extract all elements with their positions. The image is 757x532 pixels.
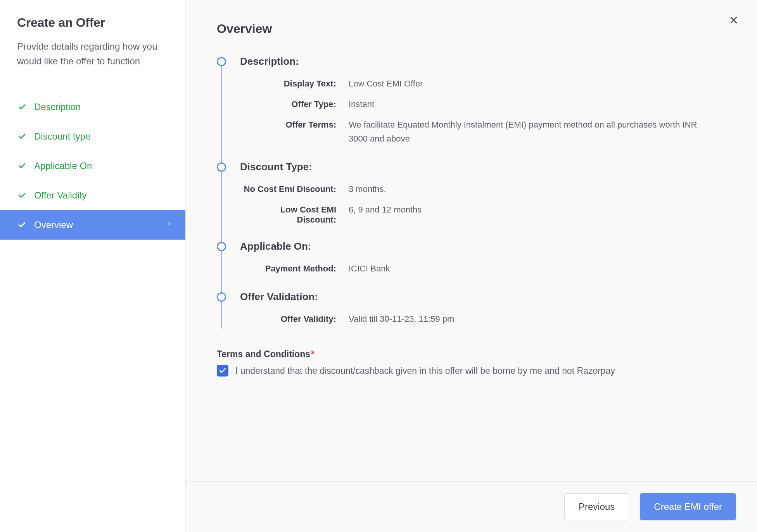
section-offer-validation: Offer Validation: Offer Validity: Valid … xyxy=(217,291,726,326)
section-title: Description: xyxy=(240,55,726,67)
create-emi-offer-button[interactable]: Create EMI offer xyxy=(640,493,736,520)
timeline-dot-icon xyxy=(217,162,226,172)
field-value: 3 months. xyxy=(349,182,386,196)
field-label: Display Text: xyxy=(240,79,349,89)
close-button[interactable] xyxy=(728,14,740,26)
nav-item-label: Description xyxy=(34,102,81,112)
previous-button[interactable]: Previous xyxy=(564,493,629,520)
timeline-dot-icon xyxy=(217,292,226,302)
check-icon xyxy=(17,161,27,171)
chevron-right-icon xyxy=(167,219,172,230)
field-value: ICICI Bank xyxy=(349,262,390,275)
sidebar-title: Create an Offer xyxy=(17,16,168,30)
nav-item-discount-type[interactable]: Discount type xyxy=(0,122,185,151)
terms-text: I understand that the discount/cashback … xyxy=(235,366,615,376)
terms-and-conditions: Terms and Conditions* I understand that … xyxy=(217,349,726,377)
section-discount-type: Discount Type: No Cost Emi Discount: 3 m… xyxy=(217,161,726,225)
required-asterisk: * xyxy=(311,349,315,359)
timeline-dot-icon xyxy=(217,242,226,251)
nav-item-applicable-on[interactable]: Applicable On xyxy=(0,151,185,181)
terms-checkbox[interactable] xyxy=(217,365,228,377)
terms-title: Terms and Conditions* xyxy=(217,349,726,359)
nav-item-overview[interactable]: Overview xyxy=(0,210,185,240)
nav-item-offer-validity[interactable]: Offer Validity xyxy=(0,181,185,210)
field-value: Low Cost EMI Offer xyxy=(349,77,423,90)
overview-timeline: Description: Display Text: Low Cost EMI … xyxy=(217,55,726,326)
step-nav: Description Discount type Applicable On … xyxy=(0,92,185,240)
section-title: Applicable On: xyxy=(240,240,726,252)
field-label: Offer Validity: xyxy=(240,314,349,324)
section-title: Discount Type: xyxy=(240,161,726,173)
field-label: Payment Method: xyxy=(240,264,349,274)
field-value: Valid till 30-11-23, 11:59 pm xyxy=(349,312,454,326)
nav-item-label: Offer Validity xyxy=(34,190,86,201)
field-label: Low Cost EMI Discount: xyxy=(240,205,349,225)
main-panel: Overview Description: Display Text: Low … xyxy=(185,0,757,532)
sidebar: Create an Offer Provide details regardin… xyxy=(0,0,185,532)
timeline-dot-icon xyxy=(217,57,226,66)
nav-item-label: Overview xyxy=(34,219,73,230)
field-value: We facilitate Equated Monthly Instalment… xyxy=(349,118,698,145)
field-label: No Cost Emi Discount: xyxy=(240,184,349,194)
nav-item-label: Discount type xyxy=(34,131,90,142)
field-value: Instant xyxy=(349,97,374,111)
page-title: Overview xyxy=(217,22,726,36)
section-title: Offer Validation: xyxy=(240,291,726,303)
check-icon xyxy=(17,220,27,230)
field-label: Offer Type: xyxy=(240,99,349,109)
check-icon xyxy=(17,190,27,200)
footer-actions: Previous Create EMI offer xyxy=(186,481,757,532)
nav-item-label: Applicable On xyxy=(34,161,92,171)
field-value: 6, 9 and 12 months xyxy=(349,203,422,216)
section-description: Description: Display Text: Low Cost EMI … xyxy=(217,55,726,145)
nav-item-description[interactable]: Description xyxy=(0,92,185,122)
check-icon xyxy=(17,102,27,112)
section-applicable-on: Applicable On: Payment Method: ICICI Ban… xyxy=(217,240,726,275)
field-label: Offer Terms: xyxy=(240,120,349,130)
sidebar-description: Provide details regarding how you would … xyxy=(17,39,168,69)
check-icon xyxy=(17,131,27,142)
